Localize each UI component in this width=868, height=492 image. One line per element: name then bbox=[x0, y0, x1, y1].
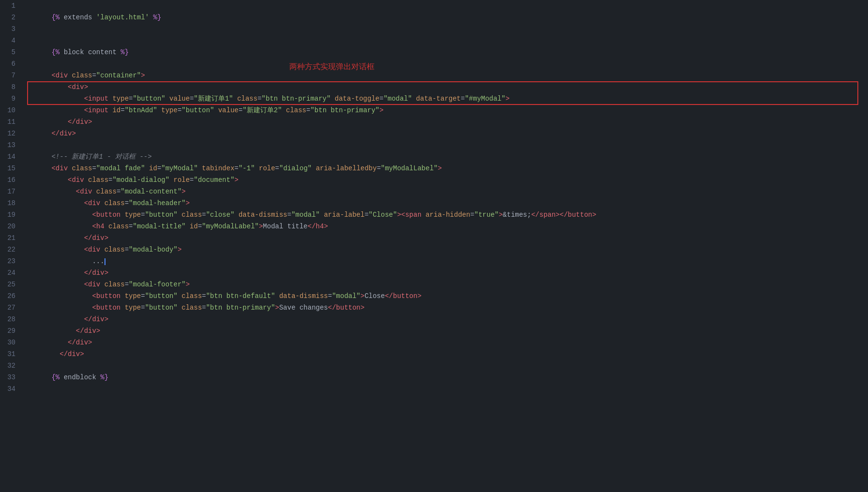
code-line-24: <div class="modal-footer"> bbox=[23, 267, 868, 279]
val: "btnAdd" bbox=[125, 106, 157, 114]
code-line-33 bbox=[23, 372, 868, 383]
line-num-29: 29 bbox=[0, 325, 23, 337]
punct: = bbox=[379, 95, 383, 103]
punct: = bbox=[190, 95, 194, 103]
code-line-4: {% block content %} bbox=[23, 35, 868, 46]
template-tag: {% bbox=[51, 373, 60, 381]
line-num-15: 15 bbox=[0, 163, 23, 174]
code-line-30: </div> bbox=[23, 337, 868, 348]
indent bbox=[51, 118, 68, 126]
line-num-9: 9 bbox=[0, 93, 23, 104]
space bbox=[165, 95, 169, 103]
attr: data-toggle bbox=[335, 95, 379, 103]
space bbox=[282, 106, 286, 114]
text bbox=[51, 83, 68, 91]
line-num-34: 34 bbox=[0, 383, 23, 395]
template-tag: %} bbox=[153, 14, 161, 21]
space bbox=[412, 95, 416, 103]
val: "modal" bbox=[384, 95, 412, 103]
line-num-11: 11 bbox=[0, 116, 23, 128]
line-num-24: 24 bbox=[0, 267, 23, 279]
line-num-2: 2 bbox=[0, 12, 23, 23]
punct: = bbox=[257, 95, 261, 103]
text: block content bbox=[60, 48, 120, 56]
val: "btn btn-primary" bbox=[262, 95, 331, 103]
tag: <input bbox=[84, 106, 108, 114]
tag: </div> bbox=[51, 130, 75, 137]
punct: = bbox=[92, 72, 96, 79]
comment: <!-- 新建订单1 - 对话框 --> bbox=[51, 153, 151, 161]
line-num-7: 7 bbox=[0, 70, 23, 81]
line-num-20: 20 bbox=[0, 221, 23, 232]
line-num-22: 22 bbox=[0, 244, 23, 255]
text: extends bbox=[60, 14, 96, 21]
code-line-5 bbox=[23, 46, 868, 58]
val: "新建订单1" bbox=[194, 95, 233, 103]
code-line-8: <input type="button" value="新建订单1" class… bbox=[23, 81, 868, 93]
line-num-23: 23 bbox=[0, 255, 23, 267]
attr: type bbox=[161, 106, 178, 114]
line-num-1: 1 bbox=[0, 0, 23, 12]
line-num-4: 4 bbox=[0, 35, 23, 46]
val: "button" bbox=[133, 95, 165, 103]
val: "container" bbox=[96, 72, 141, 79]
code-editor: 1 2 3 4 5 6 7 8 9 10 11 12 13 14 15 16 1… bbox=[0, 0, 868, 492]
attr: type bbox=[112, 95, 129, 103]
code-line-34 bbox=[23, 383, 868, 395]
code-line-32: {% endblock %} bbox=[23, 360, 868, 372]
tag: <div bbox=[51, 164, 68, 172]
line-num-21: 21 bbox=[0, 232, 23, 244]
code-line-21: <div class="modal-body"> bbox=[23, 232, 868, 244]
code-line-13: <!-- 新建订单1 - 对话框 --> bbox=[23, 139, 868, 151]
text-cursor bbox=[105, 258, 105, 265]
line-num-18: 18 bbox=[0, 197, 23, 209]
line-num-3: 3 bbox=[0, 23, 23, 35]
code-line-28: </div> bbox=[23, 313, 868, 325]
attr: class bbox=[237, 95, 257, 103]
template-tag: {% bbox=[51, 14, 60, 21]
line-num-26: 26 bbox=[0, 290, 23, 302]
template-tag: {% bbox=[51, 48, 60, 56]
line-numbers: 1 2 3 4 5 6 7 8 9 10 11 12 13 14 15 16 1… bbox=[0, 0, 23, 492]
code-line-12 bbox=[23, 128, 868, 139]
line-num-6: 6 bbox=[0, 58, 23, 70]
line-num-17: 17 bbox=[0, 186, 23, 197]
indent bbox=[51, 95, 84, 103]
attr: value bbox=[218, 106, 239, 114]
val: "btn btn-primary" bbox=[310, 106, 379, 114]
tag: > bbox=[506, 95, 509, 103]
line-num-25: 25 bbox=[0, 279, 23, 290]
line-num-12: 12 bbox=[0, 128, 23, 139]
attr: id bbox=[112, 106, 120, 114]
val: "新建订单2" bbox=[242, 106, 282, 114]
code-line-1: {% extends 'layout.html' %} bbox=[23, 0, 868, 12]
code-line-23: </div> bbox=[23, 255, 868, 267]
space bbox=[330, 95, 334, 103]
line-num-31: 31 bbox=[0, 348, 23, 360]
line-num-19: 19 bbox=[0, 209, 23, 221]
tag: > bbox=[141, 72, 145, 79]
tag: > bbox=[379, 106, 383, 114]
line-num-10: 10 bbox=[0, 104, 23, 116]
tag: <input bbox=[84, 95, 108, 103]
space bbox=[233, 95, 237, 103]
code-line-6: <div class="container"> bbox=[23, 58, 868, 70]
line-num-32: 32 bbox=[0, 360, 23, 372]
space bbox=[214, 106, 218, 114]
line-num-33: 33 bbox=[0, 372, 23, 383]
tag: <div> bbox=[68, 83, 88, 91]
indent bbox=[51, 106, 84, 114]
line-num-16: 16 bbox=[0, 174, 23, 186]
attr: data-target bbox=[416, 95, 461, 103]
line-num-8: 8 bbox=[0, 81, 23, 93]
attr: class bbox=[286, 106, 306, 114]
line-num-13: 13 bbox=[0, 139, 23, 151]
code-line-7: <div> bbox=[23, 70, 868, 81]
text: endblock bbox=[60, 373, 100, 381]
tag: <div bbox=[51, 72, 68, 79]
line-num-28: 28 bbox=[0, 313, 23, 325]
line-num-5: 5 bbox=[0, 46, 23, 58]
val: "button" bbox=[181, 106, 214, 114]
attr: value bbox=[169, 95, 190, 103]
code-content[interactable]: 两种方式实现弹出对话框 {% extends 'layout.html' %} … bbox=[23, 0, 868, 492]
